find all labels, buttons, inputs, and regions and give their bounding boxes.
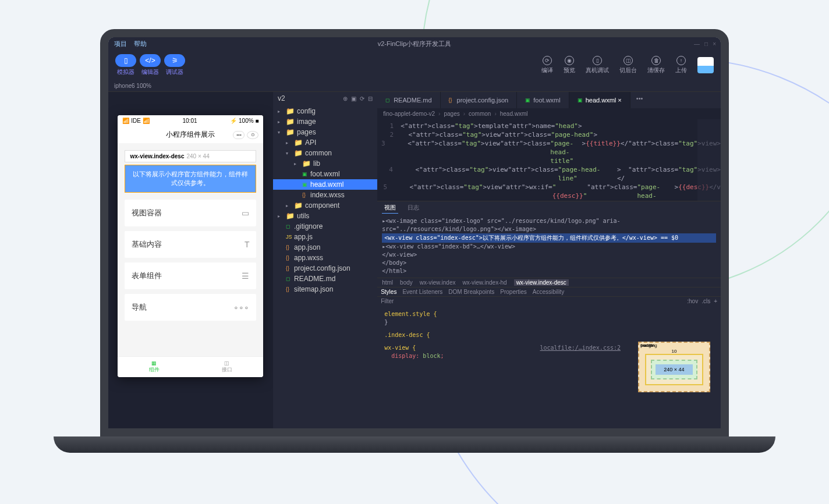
phone-header: 小程序组件展示 ••• ⊙ [118,126,263,143]
tree-folder[interactable]: ▾📁common [273,148,377,158]
refresh-icon[interactable]: ⟳ [360,95,364,102]
tree-file[interactable]: ▣head.wxml [273,179,377,190]
menu-project[interactable]: 项目 [114,40,127,48]
device-zoom[interactable]: iphone6 100% [114,83,151,89]
dom-inspector[interactable]: ▸<wx-image class="index-logo" src="../re… [377,215,721,278]
dom-crumb-item[interactable]: wx-view.index-desc [514,279,569,286]
preview-button[interactable]: ◉预览 [564,56,575,74]
statusbar: iphone6 100% [108,80,721,92]
capsule-close-icon[interactable]: ⊙ [247,131,258,139]
clear-cache-button[interactable]: 🗑清缓存 [647,56,665,74]
breadcrumb[interactable]: fino-applet-demo-v2›pages›common›head.wx… [377,108,721,119]
tab-component[interactable]: ▦组件 [118,357,190,377]
tree-file[interactable]: ▣foot.wxml [273,169,377,179]
tree-file[interactable]: {}index.wxss [273,190,377,200]
editor-tab[interactable]: ▣ head.wxml × [569,92,630,108]
tree-folder[interactable]: ▸📁API [273,137,377,148]
phone-simulator: 📶 IDE 📶 10:01 ⚡ 100% ■ 小程序组件展示 ••• ⊙ [118,115,263,377]
device-debug-button[interactable]: ▯真机调试 [586,56,609,74]
editor-tab[interactable]: ◻ README.md [377,92,440,108]
tree-file[interactable]: {}project.config.json [273,263,377,274]
menu-item[interactable]: 导航∘∘∘ [125,294,256,321]
tree-folder[interactable]: ▸📁component [273,200,377,211]
simulator-button[interactable]: ▯ [115,54,136,67]
styles-subtab[interactable]: DOM Breakpoints [448,289,494,295]
editor-button[interactable]: </> [140,54,161,67]
dom-crumb-item[interactable]: wx-view.index-hd [462,279,506,286]
titlebar: 项目 帮助 v2-FinClip小程序开发工具 — □ × [108,37,721,50]
compile-button[interactable]: ⟳编译 [541,56,553,74]
devtools-panel: 视图 日志 ▸<wx-image class="index-logo" src=… [377,201,721,428]
add-rule-icon[interactable]: + [714,298,717,304]
laptop-frame: 项目 帮助 v2-FinClip小程序开发工具 — □ × ▯ 模拟器 [100,29,729,453]
editor-panel: ◻ README.md{} project.config.json▣ foot.… [377,92,721,428]
editor-tab[interactable]: ▣ foot.wxml [517,92,569,108]
menu-help[interactable]: 帮助 [134,40,147,48]
tree-file[interactable]: {}app.wxss [273,253,377,263]
tree-folder[interactable]: ▸📁lib [273,158,377,169]
window-title: v2-FinClip小程序开发工具 [378,40,452,48]
devtools-tab-elements[interactable]: 视图 [382,203,398,214]
dom-crumb-item[interactable]: body [400,279,413,286]
minimize-icon[interactable]: — [694,41,700,47]
tabs-overflow-icon[interactable]: ••• [630,92,649,108]
tree-folder[interactable]: ▾📁pages [273,127,377,137]
code-editor[interactable]: 1<"attr">class="tag">template "attr">nam… [377,119,721,201]
maximize-icon[interactable]: □ [704,41,708,47]
toolbar: ▯ 模拟器 </> 编辑器 ⚞ 调试器 ⟳编译 ◉预览 ▯真机调试 [108,50,721,80]
tree-file[interactable]: ◻.gitignore [273,221,377,232]
menu-item[interactable]: 表单组件☰ [125,262,256,289]
box-model: margin 10 border padding 240 × 44 [628,306,721,428]
debugger-button[interactable]: ⚞ [164,54,185,67]
app-title: 小程序组件展示 [166,130,215,140]
file-tree-panel: v2 ⊕ ▣ ⟳ ⊟ ▸📁config▸📁image▾📁pages▸📁API▾📁… [273,92,377,428]
hov-toggle[interactable]: :hov [687,298,698,304]
new-file-icon[interactable]: ⊕ [343,95,348,102]
background-button[interactable]: ◫切后台 [619,56,637,74]
ide-window: 项目 帮助 v2-FinClip小程序开发工具 — □ × ▯ 模拟器 [108,37,721,428]
menu-item[interactable]: 基础内容T [125,231,256,258]
tree-folder[interactable]: ▸📁utils [273,211,377,221]
tree-folder[interactable]: ▸📁config [273,106,377,116]
editor-tab[interactable]: {} project.config.json [441,92,518,108]
minimap[interactable] [697,119,721,201]
avatar[interactable] [697,57,714,73]
collapse-icon[interactable]: ⊟ [368,95,373,102]
simulator-panel: 📶 IDE 📶 10:01 ⚡ 100% ■ 小程序组件展示 ••• ⊙ [108,92,273,428]
close-icon[interactable]: × [713,41,716,47]
tree-file[interactable]: {}sitemap.json [273,284,377,294]
devtools-tab-console[interactable]: 日志 [405,203,421,214]
styles-subtab[interactable]: Styles [381,289,396,295]
phone-statusbar: 📶 IDE 📶 10:01 ⚡ 100% ■ [118,115,263,126]
tree-file[interactable]: ◻README.md [273,274,377,284]
capsule-menu-icon[interactable]: ••• [233,131,245,139]
tree-root[interactable]: v2 [278,94,285,102]
menu-item[interactable]: 视图容器▭ [125,200,256,226]
cls-toggle[interactable]: .cls [702,298,710,304]
tree-file[interactable]: JSapp.js [273,232,377,242]
styles-subtab[interactable]: Properties [500,289,527,295]
styles-pane[interactable]: element.style {}.index-desc {</span></di… [377,306,628,428]
dom-crumb-item[interactable]: wx-view.index [420,279,456,286]
styles-subtab[interactable]: Event Listeners [402,289,442,295]
inspector-tooltip: wx-view.index-desc240 × 44 [125,150,256,162]
tree-folder[interactable]: ▸📁image [273,116,377,127]
styles-filter-input[interactable]: Filter [381,298,394,304]
new-folder-icon[interactable]: ▣ [351,95,356,102]
tab-api[interactable]: ◫接口 [190,357,263,377]
highlighted-element[interactable]: 以下将展示小程序官方组件能力，组件样式仅供参考。 [125,165,256,193]
styles-subtab[interactable]: Accessibility [533,289,564,295]
tree-file[interactable]: {}app.json [273,242,377,253]
dom-breadcrumb[interactable]: htmlbodywx-view.indexwx-view.index-hdwx-… [377,278,721,288]
dom-crumb-item[interactable]: html [382,279,393,286]
upload-button[interactable]: ↑上传 [675,56,687,74]
